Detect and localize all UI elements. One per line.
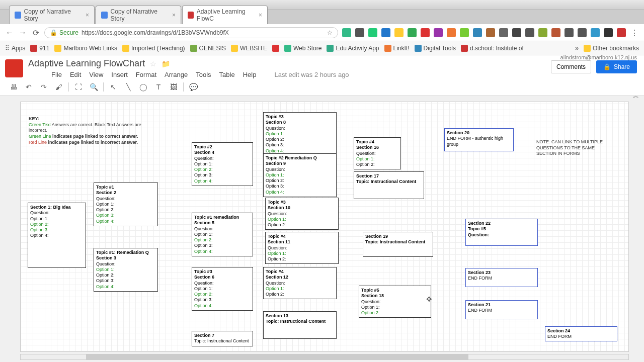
node-section-23[interactable]: Section 23 END FORM	[465, 268, 538, 287]
bookmark-item[interactable]: Web Store	[284, 45, 321, 52]
scrollbar-thumb[interactable]	[86, 354, 468, 359]
extension-icon[interactable]	[381, 28, 390, 37]
extension-icon[interactable]	[604, 28, 613, 37]
menu-edit[interactable]: Edit	[70, 71, 81, 78]
drawing-canvas[interactable]: KEY: Green Text Answers are correct. Bla…	[20, 102, 629, 352]
line-icon[interactable]: ╲	[123, 81, 134, 93]
node-topic-3-sec10[interactable]: Topic #3 Section 10 Question: Option 1: …	[265, 198, 339, 230]
star-icon[interactable]: ☆	[150, 60, 156, 68]
other-bookmarks[interactable]: Other bookmarks	[584, 45, 639, 52]
node-section-24[interactable]: Section 24 END FORM	[545, 326, 617, 341]
node-topic-3-sec6[interactable]: Topic #3 Section 6 Question: Option 1: O…	[192, 267, 253, 311]
extension-icon[interactable]	[486, 28, 495, 37]
extension-icon[interactable]	[578, 28, 587, 37]
image-icon[interactable]: 🖼	[168, 81, 179, 93]
extension-icon[interactable]	[394, 28, 404, 37]
fit-icon[interactable]: ⛶	[73, 81, 84, 93]
drawings-logo[interactable]	[5, 59, 23, 77]
textbox-icon[interactable]: T	[153, 81, 164, 93]
node-topic-1[interactable]: Topic #1 Section 2 Question: Option 1: O…	[94, 183, 158, 226]
node-section-21[interactable]: Section 21 END FORM	[465, 300, 538, 319]
print-icon[interactable]: 🖶	[8, 81, 19, 93]
browser-tab[interactable]: Copy of Narrative Story×	[9, 6, 95, 24]
menu-tools[interactable]: Tools	[196, 71, 211, 78]
node-topic-3-sec8[interactable]: Topic #3 Section 8 Question: Option 1: O…	[263, 112, 337, 156]
extension-icon[interactable]	[617, 28, 626, 37]
extension-icon[interactable]	[525, 28, 534, 37]
user-email[interactable]: alindstrom@marlboro.k12.nj.us	[560, 54, 637, 60]
node-section-7[interactable]: Section 7 Topic: Instructional Content	[192, 331, 253, 346]
horizontal-scrollbar[interactable]	[20, 354, 629, 360]
node-section-22[interactable]: Section 22 Topic #5 Question:	[465, 219, 538, 246]
bookmark-item[interactable]: GENESIS	[190, 45, 226, 52]
bookmark-item[interactable]: Marlboro Web Links	[54, 45, 117, 52]
paint-format-icon[interactable]: 🖌	[53, 81, 64, 93]
node-topic-1-remediation-q[interactable]: Topic #1: Remediation Q Section 3 Questi…	[94, 248, 158, 292]
bookmark-item[interactable]: Imported (Teaching)	[122, 45, 185, 52]
shape-icon[interactable]: ◯	[138, 81, 149, 93]
node-topic-1-remediation[interactable]: Topic #1 remediation Section 5 Question:…	[192, 213, 253, 256]
menu-help[interactable]: Help	[243, 71, 257, 78]
menu-arrange[interactable]: Arrange	[165, 71, 188, 78]
menu-icon[interactable]: ⋮	[630, 28, 639, 37]
extension-icon[interactable]	[512, 28, 521, 37]
node-section-17[interactable]: Section 17 Topic: Instructional Content	[354, 171, 424, 199]
extension-icon[interactable]	[538, 28, 547, 37]
bookmark-item[interactable]: d.school: Institute of	[461, 45, 524, 52]
url-field[interactable]: 🔒 Secure https://docs.google.com/drawing…	[44, 27, 338, 38]
bookmark-overflow[interactable]: »	[575, 45, 579, 52]
extension-icon[interactable]	[565, 28, 574, 37]
extension-icon[interactable]	[408, 28, 417, 37]
node-topic-4-sec11[interactable]: Topic #4 Section 11 Question: Option 1: …	[265, 232, 339, 264]
comment-icon[interactable]: 💬	[188, 81, 199, 93]
collapse-chevron-icon[interactable]: ︽	[633, 92, 639, 100]
node-topic-2-remediation[interactable]: Topic #2 Remediation Q Section 9 Questio…	[263, 153, 337, 197]
share-button[interactable]: 🔒 Share	[596, 60, 637, 73]
extension-icon[interactable]	[551, 28, 560, 37]
zoom-icon[interactable]: 🔍	[88, 81, 99, 93]
menu-format[interactable]: Format	[136, 71, 156, 78]
node-section-19[interactable]: Section 19 Topic: Instructional Content	[363, 232, 433, 257]
bookmark-item[interactable]: Digital Tools	[415, 45, 456, 52]
extension-icon[interactable]	[355, 28, 364, 37]
undo-icon[interactable]: ↶	[23, 81, 34, 93]
close-tab-icon[interactable]: ×	[86, 12, 89, 19]
extension-icon[interactable]	[368, 28, 377, 37]
node-topic-4-sec12[interactable]: Topic #4 Section 12 Question: Option 1: …	[263, 267, 337, 299]
doc-title[interactable]: Adaptive Learning FlowChart	[28, 58, 145, 69]
reload-icon[interactable]: ⟳	[31, 28, 40, 37]
back-icon[interactable]: ←	[5, 28, 14, 37]
menu-file[interactable]: File	[51, 71, 62, 78]
browser-tab[interactable]: Adaptive Learning FlowC×	[182, 6, 268, 24]
extension-icon[interactable]	[447, 28, 456, 37]
move-folder-icon[interactable]: 📁	[162, 60, 170, 68]
bookmark-item[interactable]: Edu Activity App	[327, 45, 379, 52]
bookmark-item[interactable]	[272, 45, 279, 52]
forward-icon[interactable]: →	[18, 28, 27, 37]
node-topic-5[interactable]: Topic #5 Section 18 Question: Option 1: …	[359, 286, 431, 318]
extension-icon[interactable]	[499, 28, 508, 37]
node-section-1[interactable]: Section 1: Big Idea Question: Option 1: …	[28, 203, 86, 268]
comments-button[interactable]: Comments	[551, 60, 591, 73]
menu-view[interactable]: View	[89, 71, 103, 78]
extension-icon[interactable]	[460, 28, 469, 37]
bookmark-item[interactable]: LinkIt!	[384, 45, 410, 52]
menu-table[interactable]: Table	[219, 71, 235, 78]
bookmark-item[interactable]: WEBSITE	[231, 45, 267, 52]
star-icon[interactable]: ☆	[327, 29, 333, 36]
extension-icon[interactable]	[421, 28, 430, 37]
bookmark-item[interactable]: 911	[30, 45, 49, 52]
close-tab-icon[interactable]: ×	[259, 12, 262, 19]
extension-icon[interactable]	[342, 28, 351, 37]
last-edit-label[interactable]: Last edit was 2 hours ago	[274, 71, 349, 78]
extension-icon[interactable]	[473, 28, 482, 37]
extension-icon[interactable]	[434, 28, 443, 37]
menu-insert[interactable]: Insert	[111, 71, 128, 78]
node-section-20[interactable]: Section 20 END FORM - authentic high gro…	[444, 128, 514, 151]
extension-icon[interactable]	[591, 28, 600, 37]
node-topic-2[interactable]: Topic #2 Section 4 Question: Option 1: O…	[192, 142, 253, 186]
redo-icon[interactable]: ↷	[38, 81, 49, 93]
close-tab-icon[interactable]: ×	[172, 12, 176, 19]
browser-tab[interactable]: Copy of Narrative Story×	[96, 6, 181, 24]
node-section-13[interactable]: Section 13 Topic: Instructional Content	[263, 311, 337, 339]
